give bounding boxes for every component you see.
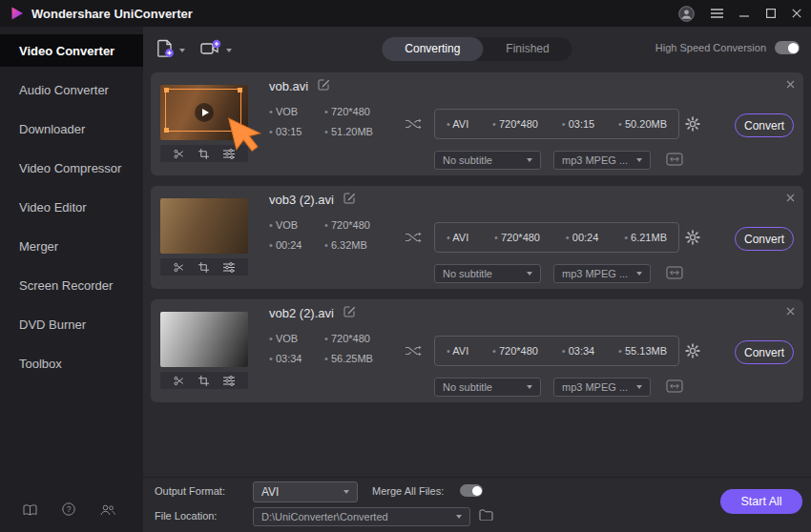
crop-icon[interactable] xyxy=(198,149,209,159)
audio-dropdown[interactable]: mp3 MPEG ... xyxy=(553,264,651,283)
chevron-down-icon xyxy=(179,49,185,52)
app-window: Wondershare UniConverter Video Converter… xyxy=(0,0,811,532)
source-info: VOB 720*480 xyxy=(269,333,370,344)
subtitle-dropdown[interactable]: No subtitle xyxy=(434,378,541,397)
app-title: Wondershare UniConverter xyxy=(31,7,193,21)
file-location-label: File Location: xyxy=(155,510,217,522)
merge-all-label: Merge All Files: xyxy=(372,485,444,497)
convert-button[interactable]: Convert xyxy=(735,227,794,251)
account-avatar[interactable] xyxy=(678,6,695,22)
crop-icon[interactable] xyxy=(198,262,209,273)
sidebar-item-video-converter[interactable]: Video Converter xyxy=(0,34,143,67)
add-device-button[interactable] xyxy=(200,39,232,61)
file-location-dropdown[interactable]: D:\UniConverter\Converted xyxy=(253,507,470,526)
effects-icon[interactable] xyxy=(223,262,235,273)
source-info: 03:15 51.20MB xyxy=(269,126,373,137)
titlebar: Wondershare UniConverter xyxy=(0,0,811,27)
shuffle-icon xyxy=(405,343,422,360)
audio-dropdown[interactable]: mp3 MPEG ... xyxy=(553,151,651,170)
convert-button[interactable]: Convert xyxy=(735,113,794,137)
folder-icon[interactable] xyxy=(479,509,493,521)
add-file-icon xyxy=(156,39,175,62)
play-icon[interactable] xyxy=(195,103,214,122)
sidebar-item-dvd-burner[interactable]: DVD Burner xyxy=(0,308,143,340)
subtitle-dropdown[interactable]: No subtitle xyxy=(434,151,541,170)
menu-icon[interactable] xyxy=(711,9,723,18)
video-thumbnail[interactable] xyxy=(160,312,248,367)
chevron-down-icon xyxy=(456,515,462,519)
convert-button[interactable]: Convert xyxy=(735,340,794,364)
chevron-down-icon xyxy=(636,385,642,389)
high-speed-label: High Speed Conversion xyxy=(655,42,766,53)
remove-file-icon[interactable] xyxy=(784,189,797,207)
add-device-icon xyxy=(200,39,221,61)
source-info: VOB 720*480 xyxy=(269,106,370,117)
file-list: vob.avi VOB 720*480 03:15 51.20MB AVI 72… xyxy=(151,72,803,413)
crop-icon[interactable] xyxy=(198,376,209,386)
gear-icon[interactable] xyxy=(685,343,700,362)
resolution-icon[interactable] xyxy=(666,379,683,393)
chevron-down-icon xyxy=(226,49,232,52)
effects-icon[interactable] xyxy=(223,376,235,386)
start-all-button[interactable]: Start All xyxy=(720,489,802,514)
remove-file-icon[interactable] xyxy=(784,75,797,93)
trim-icon[interactable] xyxy=(174,149,184,159)
chevron-down-icon xyxy=(527,385,532,389)
high-speed-toggle[interactable] xyxy=(775,41,800,54)
file-card-3: vob2 (2).avi VOB 720*480 03:34 56.25MB A… xyxy=(151,299,803,402)
output-format-label: Output Format: xyxy=(155,485,225,497)
tab-converting[interactable]: Converting xyxy=(382,37,483,61)
app-logo-icon xyxy=(10,6,25,21)
edit-icon[interactable] xyxy=(343,192,356,207)
output-info-box: AVI 720*480 03:34 55.13MB xyxy=(434,336,679,366)
subtitle-dropdown[interactable]: No subtitle xyxy=(434,264,541,283)
sidebar-item-video-compressor[interactable]: Video Compressor xyxy=(0,152,143,184)
source-info: 00:24 6.32MB xyxy=(269,239,367,251)
tab-finished[interactable]: Finished xyxy=(483,37,572,61)
sidebar-item-toolbox[interactable]: Toolbox xyxy=(0,347,143,379)
converter-toolbar: Converting Finished High Speed Conversio… xyxy=(143,27,811,72)
chevron-down-icon xyxy=(343,490,349,494)
edit-icon[interactable] xyxy=(343,305,356,320)
audio-dropdown[interactable]: mp3 MPEG ... xyxy=(553,378,651,397)
gear-icon[interactable] xyxy=(685,116,700,135)
merge-all-toggle[interactable] xyxy=(460,484,483,497)
trim-icon[interactable] xyxy=(174,376,184,386)
resolution-icon[interactable] xyxy=(666,153,683,166)
svg-text:?: ? xyxy=(67,504,72,514)
chevron-down-icon xyxy=(636,158,642,162)
chevron-down-icon xyxy=(636,272,642,276)
sidebar: Video Converter Audio Converter Download… xyxy=(0,27,143,532)
help-icon[interactable]: ? xyxy=(62,502,75,520)
main-panel: Converting Finished High Speed Conversio… xyxy=(143,27,811,532)
chevron-down-icon xyxy=(527,158,532,162)
sidebar-item-downloader[interactable]: Downloader xyxy=(0,113,143,145)
trim-icon[interactable] xyxy=(174,262,184,273)
resolution-icon[interactable] xyxy=(666,266,683,279)
sidebar-item-audio-converter[interactable]: Audio Converter xyxy=(0,73,143,106)
gear-icon[interactable] xyxy=(685,230,700,249)
shuffle-icon xyxy=(405,230,422,247)
sidebar-item-merger[interactable]: Merger xyxy=(0,230,143,262)
sidebar-item-video-editor[interactable]: Video Editor xyxy=(0,191,143,223)
sidebar-item-screen-recorder[interactable]: Screen Recorder xyxy=(0,269,143,301)
community-icon[interactable] xyxy=(100,502,115,520)
library-icon[interactable] xyxy=(23,502,37,520)
remove-file-icon[interactable] xyxy=(784,302,797,320)
chevron-down-icon xyxy=(527,272,532,276)
thumb-toolbar xyxy=(160,258,248,276)
video-thumbnail[interactable] xyxy=(160,198,248,254)
maximize-icon[interactable] xyxy=(766,9,776,18)
file-name: vob.avi xyxy=(269,79,308,93)
output-info-box: AVI 720*480 03:15 50.20MB xyxy=(434,109,679,139)
file-name: vob2 (2).avi xyxy=(269,306,334,320)
edit-icon[interactable] xyxy=(318,78,330,93)
file-card-2: vob3 (2).avi VOB 720*480 00:24 6.32MB AV… xyxy=(151,186,803,289)
add-files-button[interactable] xyxy=(156,39,185,62)
close-window-icon[interactable] xyxy=(792,9,801,18)
output-settings-bar: Output Format: AVI Merge All Files: File… xyxy=(143,477,811,532)
minimize-icon[interactable] xyxy=(739,9,750,18)
thumb-toolbar xyxy=(160,372,248,389)
file-card-1: vob.avi VOB 720*480 03:15 51.20MB AVI 72… xyxy=(151,72,803,175)
output-format-dropdown[interactable]: AVI xyxy=(253,481,358,502)
